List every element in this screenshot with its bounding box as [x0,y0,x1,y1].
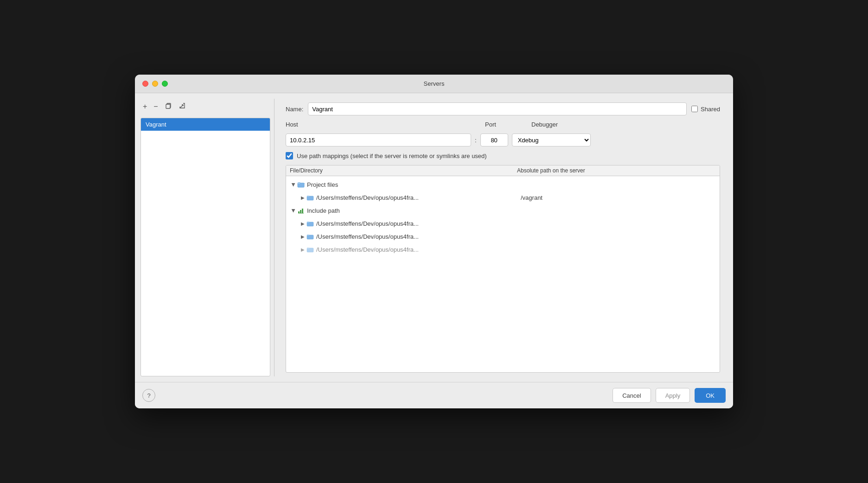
title-bar: Servers [135,75,733,93]
svg-rect-13 [307,235,313,239]
tree-col-path: Absolute path on the server [517,167,716,174]
bottom-bar: ? Cancel Apply OK [135,382,733,408]
cancel-button[interactable]: Cancel [613,388,651,403]
tree-row[interactable]: ▶ /Users/msteffens/Dev/opus/opus4fra... [286,217,720,230]
tree-row[interactable]: ▶ Project files [286,178,720,191]
path-mappings-checkbox[interactable] [286,152,293,159]
svg-rect-9 [302,209,303,213]
expand-arrow-include-1[interactable]: ▶ [299,221,306,226]
folder-icon [306,246,314,253]
tree-label-include-path-2: /Users/msteffens/Dev/opus/opus4fra... [316,233,419,240]
port-label: Port [485,121,531,128]
expand-arrow-include-3[interactable]: ▶ [299,247,306,252]
host-port-row: : Xdebug Zend Debugger [286,133,720,146]
help-button[interactable]: ? [142,389,155,402]
debugger-label: Debugger [531,121,558,128]
svg-rect-16 [307,248,309,248]
action-buttons: Cancel Apply OK [613,388,726,403]
tree-path-vagrant: /vagrant [517,194,542,201]
name-row: Name: Shared [286,102,720,115]
apply-button[interactable]: Apply [656,388,690,403]
tree-label-include-path: Include path [307,207,340,214]
toolbar: + − [140,99,270,114]
close-button[interactable] [142,81,148,87]
tree-label-include-path-1: /Users/msteffens/Dev/opus/opus4fra... [316,220,419,227]
panel-divider [274,99,274,376]
shared-container: Shared [691,106,720,113]
left-panel: + − [140,99,270,376]
maximize-button[interactable] [162,81,168,87]
host-port-debugger-labels: Host Port Debugger [286,121,720,128]
tree-row[interactable]: ▶ /Users/msteffens/Dev/opus/opus4fra... [286,243,720,256]
path-mappings-label: Use path mappings (select if the server … [297,153,487,159]
barchart-icon [297,207,305,214]
tree-row[interactable]: ▶ /Users/msteffens/Dev/opus/opus4fra... … [286,191,720,204]
remove-server-button[interactable]: − [151,102,160,112]
main-content: + − [135,93,733,382]
svg-rect-14 [307,235,309,235]
svg-rect-4 [298,183,300,184]
svg-rect-0 [166,104,170,108]
host-input[interactable] [286,133,471,146]
folder-icon [306,233,314,240]
file-tree-container: File/Directory Absolute path on the serv… [286,165,720,373]
tree-row[interactable]: ▶ Include path [286,204,720,217]
tree-row[interactable]: ▶ /Users/msteffens/Dev/opus/opus4fra... [286,230,720,243]
debugger-select[interactable]: Xdebug Zend Debugger [512,133,591,146]
server-item-vagrant[interactable]: Vagrant [141,118,270,131]
copy-server-button[interactable] [162,101,174,112]
svg-rect-8 [300,210,301,213]
svg-rect-15 [307,248,313,252]
copy-icon [165,102,172,109]
svg-rect-12 [307,222,309,222]
expand-arrow-include-path[interactable]: ▶ [291,207,296,214]
servers-dialog: Servers + − [135,75,733,408]
tree-label-dev-path-1: /Users/msteffens/Dev/opus/opus4fra... [316,194,419,201]
host-label: Host [286,121,485,128]
svg-rect-6 [307,196,309,197]
svg-rect-7 [298,211,300,213]
shared-checkbox[interactable] [691,106,698,112]
colon-separator: : [475,137,477,144]
right-panel: Name: Shared Host Port Debugger : Xdebu [278,99,728,376]
folder-icon [297,181,305,188]
name-label: Name: [286,106,303,113]
ok-button[interactable]: OK [695,388,726,403]
server-list: Vagrant [140,118,270,376]
tree-label-project-files: Project files [307,181,338,188]
port-input[interactable] [480,133,508,146]
shared-label: Shared [701,106,720,113]
folder-icon [306,194,314,201]
window-title: Servers [424,80,445,87]
tree-body: ▶ Project files [286,176,720,258]
traffic-lights [142,81,168,87]
path-mappings-row: Use path mappings (select if the server … [286,152,720,159]
tree-col-file: File/Directory [290,167,517,174]
folder-icon [306,220,314,227]
svg-rect-3 [298,183,304,187]
name-input[interactable] [308,102,687,115]
svg-line-1 [180,105,183,108]
tree-header: File/Directory Absolute path on the serv… [286,165,720,176]
tree-label-include-path-3: /Users/msteffens/Dev/opus/opus4fra... [316,246,419,253]
svg-rect-11 [307,222,313,226]
svg-rect-5 [307,196,313,200]
add-server-button[interactable]: + [140,102,149,112]
minimize-button[interactable] [152,81,158,87]
expand-arrow-project-files[interactable]: ▶ [291,181,296,188]
move-server-button[interactable] [176,101,188,112]
move-icon [179,102,186,109]
expand-arrow-user-dev[interactable]: ▶ [299,195,306,200]
expand-arrow-include-2[interactable]: ▶ [299,234,306,239]
